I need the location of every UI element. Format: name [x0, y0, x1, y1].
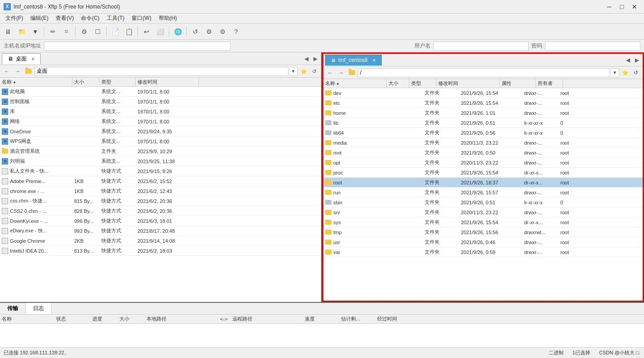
open-button[interactable]: 📁	[15, 25, 28, 38]
file2-btn[interactable]: 📋	[123, 25, 135, 38]
address-input[interactable]	[44, 42, 230, 51]
left-col-size[interactable]: 大小	[72, 78, 99, 86]
menu-file[interactable]: 文件(F)	[2, 14, 27, 23]
list-item[interactable]: Google Chrome 2KB 快捷方式 2021/9/14, 14:08	[0, 236, 321, 246]
settings2-button[interactable]: ☐	[91, 25, 104, 38]
right-col-owner[interactable]: 所有者	[536, 79, 563, 88]
right-col-type[interactable]: 类型	[409, 79, 436, 88]
right-nav-prev[interactable]: ◀	[624, 56, 632, 64]
right-bookmark-btn[interactable]: ⭐	[620, 68, 630, 78]
menu-help[interactable]: 帮助(H)	[155, 14, 181, 23]
maximize-button[interactable]: □	[616, 2, 628, 11]
file-btn[interactable]: 📄	[109, 25, 122, 38]
arrow-btn[interactable]: ↩	[140, 25, 153, 38]
globe-btn[interactable]: 🌐	[171, 25, 184, 38]
list-item[interactable]: proc 文件夹 2021/9/26, 15:54 dr-xr-x... roo…	[323, 168, 643, 178]
edit-button[interactable]: ✏	[47, 25, 59, 38]
left-nav-next[interactable]: ▶	[311, 55, 319, 63]
left-tab-close[interactable]: ✕	[31, 57, 35, 61]
close-button[interactable]: ✕	[629, 2, 640, 11]
right-col-name[interactable]: 名称▲	[323, 79, 387, 88]
list-item[interactable]: etc 文件夹 2021/9/26, 15:54 drwxr-... root	[323, 98, 643, 108]
copy2-btn[interactable]: ⬜	[154, 25, 166, 38]
list-item[interactable]: ⊞ WPS网盘 系统文... 1970/1/1, 8:00	[0, 137, 321, 146]
right-nav-next[interactable]: ▶	[633, 56, 641, 64]
list-item[interactable]: root 文件夹 2021/9/26, 18:37 dr-xr-x... roo…	[323, 178, 643, 188]
help-btn[interactable]: ?	[230, 25, 242, 38]
menu-edit[interactable]: 编辑(E)	[27, 14, 52, 23]
list-item[interactable]: css.chm - 快捷... 815 By... 快捷方式 2021/6/2,…	[0, 196, 321, 206]
file-name: eDiary.exe - 快...	[10, 227, 47, 234]
list-item[interactable]: ⊞ 网络 系统文... 1970/1/1, 8:00	[0, 117, 321, 127]
list-item[interactable]: ⊞ 刘明福 系统文... 2021/9/25, 11:38	[0, 156, 321, 166]
transfer-tab-transfer[interactable]: 传输	[0, 303, 26, 314]
left-bookmark-btn[interactable]: ⭐	[298, 66, 308, 76]
list-item[interactable]: sbin 文件夹 2021/9/26, 0:51 lr-xr-xr-x 0	[323, 198, 643, 207]
left-forward-button[interactable]: →	[13, 66, 23, 76]
dropdown-btn[interactable]: ▼	[29, 25, 42, 38]
left-col-type[interactable]: 类型	[99, 78, 136, 86]
right-refresh-btn[interactable]: ↺	[631, 68, 641, 78]
menu-view[interactable]: 查看(V)	[52, 14, 77, 23]
list-item[interactable]: ⊞ OneDrive 系统文... 2021/9/24, 9:35	[0, 127, 321, 137]
menu-window[interactable]: 窗口(W)	[128, 14, 155, 23]
left-tab-desktop[interactable]: 🖥 桌面 ✕	[2, 53, 41, 64]
right-tab-server[interactable]: 🖥 lmf_centos8 ✕	[325, 55, 382, 66]
list-item[interactable]: IntelliJ IDEA 20... 613 By... 快捷方式 2021/…	[0, 246, 321, 256]
file-date-cell: 2021/9/14, 14:08	[136, 238, 199, 244]
list-item[interactable]: ⊞ 此电脑 系统文... 1970/1/1, 8:00	[0, 87, 321, 97]
list-item[interactable]: mnt 文件夹 2021/9/26, 0:50 drwxr-... root	[323, 148, 643, 158]
left-back-button[interactable]: ←	[2, 66, 12, 76]
right-col-attr[interactable]: 属性	[500, 79, 536, 88]
list-item[interactable]: dev 文件夹 2021/9/26, 15:54 drwxr-... root	[323, 88, 643, 98]
list-item[interactable]: DownKyi.exe - ... 996 By... 快捷方式 2021/6/…	[0, 216, 321, 226]
list-item[interactable]: chrome.exe - ... 1KB 快捷方式 2021/6/2, 12:4…	[0, 186, 321, 196]
list-item[interactable]: lib64 文件夹 2021/9/26, 0:56 lr-xr-xr-x 0	[323, 128, 643, 138]
settings-button[interactable]: ⚙	[78, 25, 90, 38]
right-path-input[interactable]: /	[358, 68, 610, 77]
list-item[interactable]: var 文件夹 2021/9/26, 0:59 drwxr-... root	[323, 247, 643, 257]
gear2-btn[interactable]: ⚙	[216, 25, 229, 38]
right-forward-button[interactable]: →	[336, 68, 346, 78]
list-item[interactable]: sys 文件夹 2021/9/26, 15:54 dr-xr-x... root	[323, 217, 643, 227]
transfer-tab-log[interactable]: 日志	[26, 303, 52, 314]
list-item[interactable]: run 文件夹 2021/9/26, 15:57 drwxr-... root	[323, 188, 643, 198]
right-col-date[interactable]: 修改时间	[436, 79, 500, 88]
left-path-input[interactable]: 桌面	[34, 67, 289, 76]
toolbar: 🖥 📁 ▼ ✏ ⌗ ⚙ ☐ 📄 📋 ↩ ⬜ 🌐 ↺ ⚙ ⚙ ?	[0, 24, 644, 40]
minimize-button[interactable]: ─	[603, 2, 615, 11]
new-session-button[interactable]: 🖥	[2, 25, 14, 38]
list-item[interactable]: srv 文件夹 2020/11/3, 23:22 drwxr-... root	[323, 207, 643, 217]
list-item[interactable]: 私人文件夹 - 快... 快捷方式 2021/9/15, 9:26	[0, 166, 321, 176]
left-refresh-btn[interactable]: ↺	[309, 66, 319, 76]
password-input[interactable]	[545, 42, 640, 51]
right-path-dropdown[interactable]: ▼	[611, 68, 619, 77]
right-col-size[interactable]: 大小	[387, 79, 409, 88]
list-item[interactable]: eDiary.exe - 快... 993 By... 快捷方式 2021/8/…	[0, 226, 321, 236]
right-file-list-body[interactable]: dev 文件夹 2021/9/26, 15:54 drwxr-... root …	[323, 88, 643, 301]
menu-tools[interactable]: 工具(T)	[103, 14, 128, 23]
list-item[interactable]: tmp 文件夹 2021/9/26, 15:56 drwxrwt... root	[323, 227, 643, 237]
list-item[interactable]: ⊞ 库 系统文... 1970/1/1, 8:00	[0, 107, 321, 117]
left-file-list-body[interactable]: ⊞ 此电脑 系统文... 1970/1/1, 8:00 ⊞ 控制面板 系统文..…	[0, 87, 321, 302]
list-item[interactable]: ⊞ 控制面板 系统文... 1970/1/1, 8:00	[0, 97, 321, 107]
copy-button[interactable]: ⌗	[60, 25, 73, 38]
left-col-date[interactable]: 修改时间	[136, 78, 199, 86]
username-input[interactable]	[433, 42, 529, 51]
list-item[interactable]: lib 文件夹 2021/9/26, 0:51 lr-xr-xr-x 0	[323, 118, 643, 128]
list-item[interactable]: opt 文件夹 2020/11/3, 23:22 drwxr-... root	[323, 158, 643, 168]
refresh-btn[interactable]: ↺	[189, 25, 202, 38]
list-item[interactable]: usr 文件夹 2021/9/26, 0:46 drwxr-... root	[323, 237, 643, 247]
right-tab-close[interactable]: ✕	[372, 58, 376, 63]
menu-command[interactable]: 命令(C)	[77, 14, 103, 23]
list-item[interactable]: CSS2.0.chm - ... 828 By... 快捷方式 2021/6/2…	[0, 206, 321, 216]
list-item[interactable]: home 文件夹 2021/9/26, 1:01 drwxr-... root	[323, 108, 643, 118]
right-back-button[interactable]: ←	[325, 68, 335, 78]
sync-btn[interactable]: ⚙	[203, 25, 215, 38]
left-nav-prev[interactable]: ◀	[302, 55, 310, 63]
left-path-dropdown[interactable]: ▼	[289, 67, 298, 76]
list-item[interactable]: 酒店管理系统 文件夹 2021/9/9, 10:29	[0, 146, 321, 156]
left-col-name[interactable]: 名称▲	[0, 78, 72, 86]
list-item[interactable]: Adobe Premie... 1KB 快捷方式 2021/6/2, 15:52	[0, 176, 321, 186]
list-item[interactable]: media 文件夹 2020/11/3, 23:22 drwxr-... roo…	[323, 138, 643, 148]
